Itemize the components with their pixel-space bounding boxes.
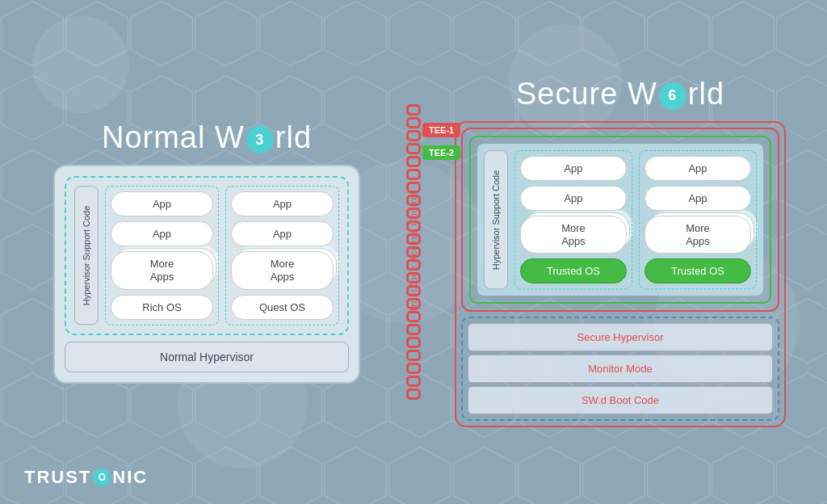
chain-link-2	[406, 117, 421, 128]
trustzone-divider: TrustZone Access Control	[389, 42, 438, 462]
chain-link-20	[406, 350, 421, 361]
secure-app-columns: App App MoreApps Trusted OS	[514, 150, 757, 289]
secure-col1: App App MoreApps Trusted OS	[514, 150, 632, 289]
secure-hypervisor-bar: Secure Hypervisor	[468, 323, 773, 351]
normal-world-icon: 3	[246, 126, 274, 153]
normal-col1: App App MoreApps Rich OS	[105, 186, 219, 325]
tee2-label: TEE-2	[422, 145, 460, 160]
monitor-mode-bar: Monitor Mode	[468, 355, 773, 383]
main-container: Normal W3rld Hypervisor Support Code App…	[0, 0, 827, 504]
normal-columns-row: Hypervisor Support Code App App MoreApps	[74, 186, 339, 325]
secure-col2-trusted-os: Trusted OS	[644, 258, 751, 284]
normal-hypervisor-bar: Normal Hypervisor	[65, 342, 349, 372]
tee1-label: TEE-1	[422, 123, 460, 137]
secure-world-title: Secure W6rld	[516, 77, 724, 111]
normal-inner-dashed: Hypervisor Support Code App App MoreApps	[65, 176, 349, 334]
secure-col2-more-apps: MoreApps	[644, 216, 751, 254]
secure-outer-red-box: TEE-1 TEE-2 Hypervisor Support Code	[455, 121, 786, 427]
logo-o-icon: O	[93, 468, 111, 486]
secure-col2-app1: App	[644, 156, 751, 181]
normal-app-columns: App App MoreApps Rich OS App	[105, 186, 339, 325]
trustzone-label: TrustZone Access Control	[409, 191, 418, 313]
normal-world-section: Normal W3rld Hypervisor Support Code App…	[24, 120, 389, 383]
normal-col2-app2: App	[231, 221, 334, 246]
logo-text-nic: NIC	[112, 467, 148, 488]
chain-link-3	[406, 130, 421, 141]
secure-col1-trusted-os: Trusted OS	[520, 258, 627, 284]
secure-col2-app2: App	[644, 186, 751, 211]
chain-link-4	[406, 143, 421, 154]
secure-col1-more-apps: MoreApps	[520, 216, 627, 254]
chain-link-22	[406, 376, 421, 387]
normal-col2-more-apps-stack: MoreApps	[231, 251, 334, 289]
chain-link-19	[406, 337, 421, 348]
chain-link-21	[406, 363, 421, 374]
normal-world-title: Normal W3rld	[102, 120, 312, 155]
logo-text-trust: TRUST	[24, 467, 91, 488]
secure-world-icon: 6	[659, 82, 686, 110]
normal-col1-more-apps-stack: MoreApps	[111, 251, 213, 289]
secure-tee1-box: Hypervisor Support Code App App M	[461, 128, 779, 312]
secure-col1-app2: App	[520, 186, 627, 211]
trustonic-logo: TRUSTONIC	[24, 467, 148, 488]
secure-col2-more-apps-stack: MoreApps	[644, 216, 751, 254]
normal-col2: App App MoreApps Quest OS	[225, 186, 339, 325]
normal-col1-app2: App	[111, 221, 213, 246]
secure-world-section: Secure W6rld TEE-1 TEE-2 Hypervisor Supp…	[438, 77, 803, 427]
normal-col2-os: Quest OS	[231, 295, 334, 320]
normal-world-box: Hypervisor Support Code App App MoreApps	[53, 165, 360, 383]
secure-col1-app1: App	[520, 156, 627, 181]
normal-hypervisor-support-label: Hypervisor Support Code	[74, 186, 99, 325]
chain-link-1	[406, 104, 421, 116]
normal-col1-more-apps: MoreApps	[111, 251, 213, 289]
secure-col2: App App MoreApps Trusted OS	[639, 150, 757, 289]
swdboot-bar: SW.d Boot Code	[468, 386, 773, 414]
chain-link-5	[406, 156, 421, 167]
secure-tee2-box: Hypervisor Support Code App App M	[469, 136, 771, 304]
secure-columns-row: Hypervisor Support Code App App M	[484, 150, 757, 289]
secure-hypervisor-section: Secure Hypervisor Monitor Mode SW.d Boot…	[461, 317, 779, 421]
chain-link-18	[406, 324, 421, 335]
normal-col1-app1: App	[111, 191, 213, 216]
secure-hypervisor-support-label: Hypervisor Support Code	[484, 150, 508, 289]
chain-link-6	[406, 169, 421, 180]
secure-content: Hypervisor Support Code App App M	[477, 144, 763, 296]
secure-col1-more-apps-stack: MoreApps	[520, 216, 627, 254]
normal-col2-app1: App	[231, 191, 334, 216]
chain-link-23	[406, 388, 421, 400]
normal-col1-os: Rich OS	[111, 295, 213, 320]
normal-col2-more-apps: MoreApps	[231, 251, 334, 289]
